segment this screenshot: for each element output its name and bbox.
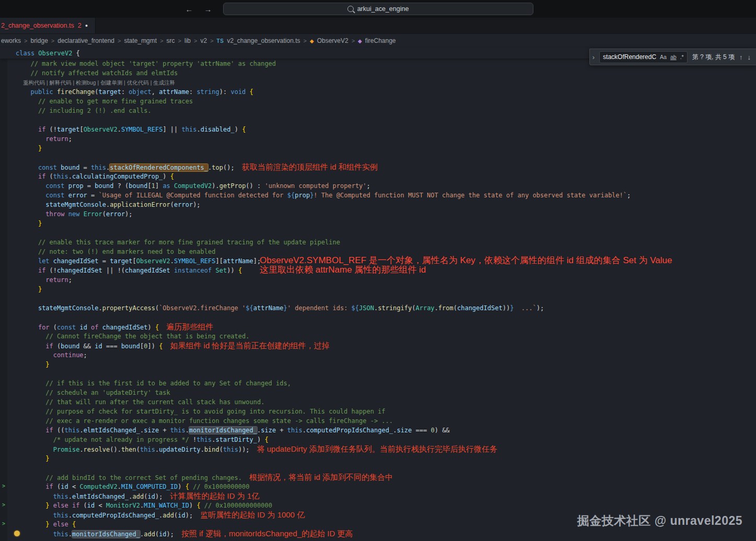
code-line[interactable]: [0, 115, 756, 125]
code-line[interactable]: }: [0, 360, 756, 369]
code-line[interactable]: // add bindId to the correct Set of pend…: [0, 473, 756, 482]
whole-word-button[interactable]: ab: [670, 54, 677, 60]
code-line[interactable]: for (const id of changedIdSet) {遍历那些组件: [0, 322, 756, 332]
chevron-right-icon: >: [352, 38, 355, 44]
annotation-text: 如果组件 id 恰好是当前正在创建的组件，过掉: [170, 341, 329, 350]
code-line[interactable]: stateMgmtConsole.applicationError(error)…: [0, 200, 756, 209]
regex-button[interactable]: .*: [680, 54, 684, 60]
codelens-row[interactable]: 重构代码 | 解释代码 | 检测bug | 创建单测 | 优化代码 | 生成注释: [0, 78, 756, 87]
breadcrumb-item-file[interactable]: v2_change_observation.ts: [227, 37, 300, 44]
code-line[interactable]: // Cannot fireChange the object that is …: [0, 332, 756, 341]
code-line[interactable]: }: [0, 219, 756, 228]
toggle-replace-icon[interactable]: ›: [592, 53, 595, 61]
code-token: );: [537, 304, 544, 312]
code-line[interactable]: return;: [0, 134, 756, 144]
code-token: .: [118, 483, 121, 490]
code-line[interactable]: // enable this trace marker for more fin…: [0, 238, 756, 247]
code-token: // notify affected watchIds and elmtIds: [23, 69, 178, 77]
command-center-search[interactable]: arkui_ace_engine: [223, 3, 533, 15]
breadcrumb-item-class[interactable]: ObserveV2: [317, 37, 348, 44]
code-token: error: [68, 192, 87, 199]
breadcrumb-item-frameworks[interactable]: eworks: [1, 37, 21, 44]
code-token: {: [159, 343, 162, 350]
find-next-button[interactable]: ↓: [748, 53, 751, 61]
find-input[interactable]: stackOfRenderedC Aa ab .*: [599, 51, 688, 63]
code-token: Promise: [53, 446, 80, 453]
code-line[interactable]: }: [0, 454, 756, 463]
code-line[interactable]: if (!changedIdSet || !(changedIdSet inst…: [0, 266, 756, 275]
match-case-button[interactable]: Aa: [660, 54, 667, 60]
code-line[interactable]: [0, 463, 756, 473]
code-line[interactable]: // that will run after the current call …: [0, 397, 756, 407]
code-line[interactable]: return;: [0, 275, 756, 285]
code-line[interactable]: // exec a re-render or exec a monitor fu…: [0, 416, 756, 426]
annotation-text: 监听属性的起始 ID 为 1000 亿: [200, 510, 305, 519]
code-token: instanceof: [174, 267, 215, 274]
code-token: ): [235, 126, 242, 133]
code-line[interactable]: [0, 369, 756, 379]
code-line[interactable]: [0, 228, 756, 238]
code-line[interactable]: [0, 313, 756, 322]
code-token: [23, 531, 53, 538]
code-token: target: [57, 126, 79, 133]
code-line[interactable]: }: [0, 144, 756, 153]
code-line[interactable]: if (bound && id === bound[0]) {如果组件 id 恰…: [0, 341, 756, 350]
code-token: attrName: [253, 304, 284, 312]
code-token: id: [95, 343, 102, 350]
code-token: // schedule an 'updateDirty' task: [23, 389, 170, 396]
code-line[interactable]: this.monitorIdsChanged_.add(id);按照 if 逻辑…: [0, 529, 756, 538]
code-line[interactable]: [0, 294, 756, 303]
code-line[interactable]: /* update not already in progress */ !th…: [0, 435, 756, 444]
code-token: (: [79, 502, 87, 509]
code-token: MIN_WATCH_ID: [144, 502, 189, 509]
code-token: );: [155, 493, 162, 500]
code-line[interactable]: if (!target[ObserveV2.SYMBOL_REFS] || th…: [0, 125, 756, 134]
code-line[interactable]: Promise.resolve().then(this.updateDirty.…: [0, 444, 756, 454]
code-line[interactable]: if (id < ComputedV2.MIN_COMPUTED_ID) { /…: [0, 482, 756, 491]
code-line[interactable]: } else if (id < MonitorV2.MIN_WATCH_ID) …: [0, 501, 756, 510]
code-line[interactable]: // schedule an 'updateDirty' task: [0, 388, 756, 397]
code-line[interactable]: // notify affected watchIds and elmtIds: [0, 68, 756, 78]
code-token: prop: [295, 192, 310, 199]
breadcrumb-item-state-mgmt[interactable]: state_mgmt: [124, 37, 157, 44]
code-token: size: [261, 427, 276, 434]
breadcrumb-item-v2[interactable]: v2: [200, 37, 207, 44]
code-line[interactable]: // enable to get more fine grained trace…: [0, 97, 756, 106]
code-token: ): [147, 324, 155, 331]
code-line[interactable]: // if this is the first id to be added t…: [0, 379, 756, 388]
code-line[interactable]: // purpose of check for startDirty_ is t…: [0, 407, 756, 416]
code-line[interactable]: const error = `Usage of ILLEGAL @Compute…: [0, 191, 756, 200]
breadcrumb-item-bridge[interactable]: bridge: [30, 37, 48, 44]
forward-button[interactable]: →: [203, 5, 213, 14]
code-line[interactable]: if (this.calculatingComputedProp_) {: [0, 172, 756, 181]
code-token: }: [38, 220, 42, 227]
code-line[interactable]: this.elmtIdsChanged_.add(id);计算属性的起始 ID …: [0, 491, 756, 501]
find-previous-button[interactable]: ↑: [739, 53, 743, 61]
code-token: [23, 173, 38, 180]
tab-v2-change-observation[interactable]: 2_change_observation.ts 2 ●: [0, 18, 96, 33]
code-token: 1: [152, 182, 155, 190]
back-button[interactable]: ←: [184, 5, 194, 14]
code-line[interactable]: // including 2 (!) .end calls.: [0, 106, 756, 115]
code-token: // mark view model object 'target' prope…: [23, 60, 276, 67]
code-token: ! The @Computed function MUST NOT change…: [313, 192, 627, 199]
code-line[interactable]: continue;: [0, 350, 756, 360]
code-token: }: [45, 521, 53, 528]
codelens-actions[interactable]: 重构代码 | 解释代码 | 检测bug | 创建单测 | 优化代码 | 生成注释: [23, 79, 175, 86]
code-line[interactable]: const prop = bound ? (bound[1] as Comput…: [0, 181, 756, 191]
code-token: this: [53, 531, 68, 538]
breadcrumb-item-method[interactable]: fireChange: [365, 37, 396, 44]
code-line[interactable]: throw new Error(error);: [0, 209, 756, 219]
code-token: JSON: [359, 304, 374, 312]
code-token: (: [453, 304, 457, 312]
code-token: // purpose of check for startDirty_ is t…: [23, 408, 386, 415]
breadcrumb-item-src[interactable]: src: [167, 37, 175, 44]
code-line[interactable]: public fireChange(target: object, attrNa…: [0, 87, 756, 97]
code-line[interactable]: const bound = this.stackOfRenderedCompon…: [0, 162, 756, 172]
breadcrumb-item-declarative-frontend[interactable]: declarative_frontend: [57, 37, 114, 44]
breadcrumb-item-lib[interactable]: lib: [184, 37, 191, 44]
code-line[interactable]: }: [0, 285, 756, 294]
code-line[interactable]: stateMgmtConsole.propertyAccess(`Observe…: [0, 303, 756, 313]
code-line[interactable]: [0, 153, 756, 162]
code-line[interactable]: if ((this.elmtIdsChanged_.size + this.mo…: [0, 426, 756, 435]
